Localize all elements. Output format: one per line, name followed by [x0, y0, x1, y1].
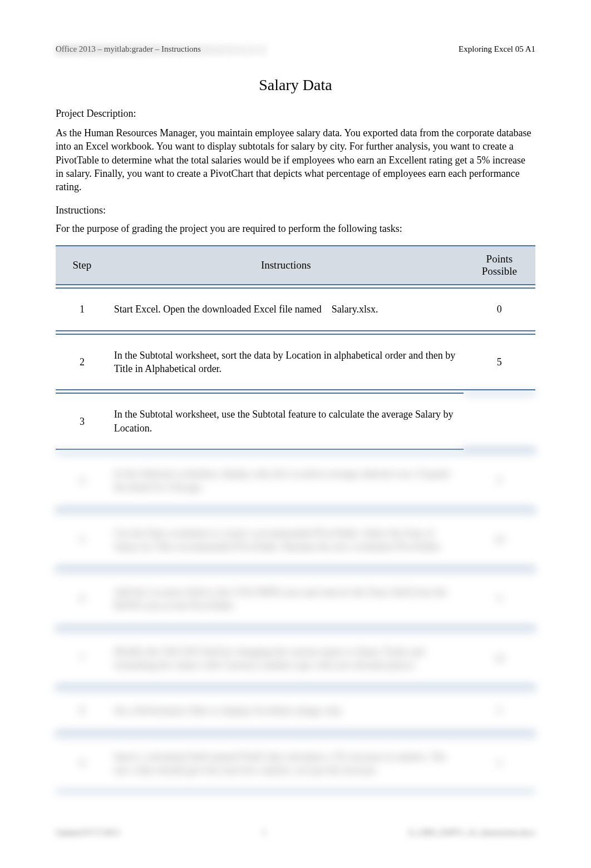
header-blur-overlay	[56, 44, 267, 56]
step-points-blurred: 10	[464, 512, 535, 569]
step-instruction-blurred: Insert a calculated field named Field1 t…	[109, 735, 464, 792]
step-number-blurred: 9	[56, 735, 109, 792]
grading-table: Step Instructions Points Possible 1 Star…	[56, 243, 535, 794]
col-header-instructions: Instructions	[109, 245, 464, 285]
step-points-blurred: 10	[464, 630, 535, 687]
table-row-blurred: 5 Use the Data worksheet to create a rec…	[56, 512, 535, 569]
step-number-blurred: 5	[56, 512, 109, 569]
step-number-blurred: 4	[56, 452, 109, 509]
project-description-label: Project Description:	[56, 108, 535, 120]
step-instruction-blurred: In the Subtotal worksheet, display only …	[109, 452, 464, 509]
instruction-prefix: Start Excel. Open the downloaded Excel f…	[114, 304, 322, 315]
footer-right: E_CH05_EXPV1_A1_Instructions.docx	[409, 829, 536, 837]
table-row: 3 In the Subtotal worksheet, use the Sub…	[56, 393, 535, 450]
step-number: 2	[56, 334, 109, 391]
step-number: 1	[56, 287, 109, 331]
step-instruction: In the Subtotal worksheet, sort the data…	[109, 334, 464, 391]
document-title: Salary Data	[56, 76, 535, 94]
document-page: Office 2013 – myitlab:grader – Instructi…	[0, 0, 591, 816]
page-footer: Updated 07/17/2013 1 E_CH05_EXPV1_A1_Ins…	[56, 829, 535, 837]
step-instruction: Start Excel. Open the downloaded Excel f…	[109, 287, 464, 331]
header-right-text: Exploring Excel 05 A1	[459, 44, 535, 54]
table-row-blurred: 4 In the Subtotal worksheet, display onl…	[56, 452, 535, 509]
step-points-blurred	[464, 393, 535, 450]
table-row-blurred: 7 Modify the VALUES field by changing th…	[56, 630, 535, 687]
step-instruction-blurred: Set a Performance filter to display Exce…	[109, 689, 464, 732]
table-row-blurred: 6 Add the Location field to the COLUMNS …	[56, 571, 535, 628]
table-header-row: Step Instructions Points Possible	[56, 245, 535, 285]
table-row-blurred: 8 Set a Performance filter to display Ex…	[56, 689, 535, 732]
step-number: 3	[56, 393, 109, 450]
instruction-suffix: Salary.xlsx.	[332, 304, 378, 315]
step-points-blurred: 5	[464, 689, 535, 732]
instructions-label: Instructions:	[56, 205, 535, 216]
col-header-step: Step	[56, 245, 109, 285]
step-number-blurred: 7	[56, 630, 109, 687]
step-instruction-blurred: Modify the VALUES field by changing the …	[109, 630, 464, 687]
col-header-points: Points Possible	[464, 245, 535, 285]
footer-center: 1	[262, 829, 266, 837]
step-points: 5	[464, 334, 535, 391]
table-row-blurred: 9 Insert a calculated field named Field1…	[56, 735, 535, 792]
step-points-blurred: 5	[464, 571, 535, 628]
footer-left: Updated 07/17/2013	[56, 829, 120, 837]
step-instruction-blurred: Use the Data worksheet to create a recom…	[109, 512, 464, 569]
step-points-blurred: 5	[464, 452, 535, 509]
project-description-text: As the Human Resources Manager, you main…	[56, 126, 535, 194]
table-row: 1 Start Excel. Open the downloaded Excel…	[56, 287, 535, 331]
table-row: 2 In the Subtotal worksheet, sort the da…	[56, 334, 535, 391]
step-points: 0	[464, 287, 535, 331]
step-number-blurred: 8	[56, 689, 109, 732]
step-instruction-blurred: Add the Location field to the COLUMNS ar…	[109, 571, 464, 628]
step-instruction: In the Subtotal worksheet, use the Subto…	[109, 393, 464, 450]
instructions-lead-text: For the purpose of grading the project y…	[56, 223, 535, 235]
step-number-blurred: 6	[56, 571, 109, 628]
step-points-blurred: 5	[464, 735, 535, 792]
